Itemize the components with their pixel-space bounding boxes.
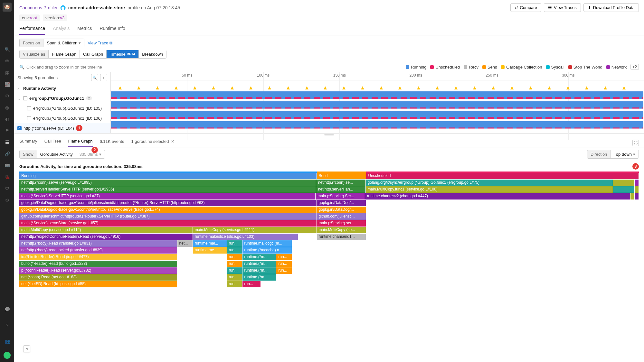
flame-cell[interactable]: run... bbox=[276, 261, 292, 267]
timeline-canvas[interactable]: 50 ms 100 ms 150 ms 200 ms 250 ms 300 ms bbox=[111, 72, 644, 133]
goroutine-row-104[interactable]: http.(*conn).serve (ID: 104) 1 bbox=[14, 123, 110, 133]
breadcrumb[interactable]: Continuous Profiler bbox=[19, 5, 58, 10]
flame-cell[interactable]: main.(*Service).ser... bbox=[317, 220, 366, 227]
flame-cell[interactable]: gopkg.in/DataDog/... bbox=[317, 207, 366, 213]
flame-cell[interactable]: run... bbox=[227, 274, 242, 281]
search-icon[interactable]: 🔍 bbox=[4, 46, 10, 53]
puzzle-icon[interactable]: ⚑ bbox=[4, 127, 10, 134]
flame-cell[interactable]: p.(*connReader).Read (server.go:L#782) bbox=[19, 267, 177, 274]
flame-cell[interactable]: main.(*Service).ServeHTTP (service.go:L#… bbox=[19, 193, 316, 200]
tab-call-tree[interactable]: Call Tree bbox=[44, 139, 61, 147]
checkbox[interactable] bbox=[27, 116, 31, 120]
flame-cell[interactable]: github.com/julienschmidt/httprouter.(*Ro… bbox=[19, 213, 317, 220]
flame-cell[interactable]: github.com/juliensc... bbox=[317, 213, 366, 220]
flame-cell[interactable]: run... bbox=[276, 267, 292, 274]
focus-on-dropdown[interactable]: Focus on Span & Children ▾ bbox=[19, 39, 84, 47]
target-icon[interactable]: ◎ bbox=[4, 104, 10, 111]
flame-cell[interactable]: gopkg.in/DataDog/dd-trace-go.v1/contrib/… bbox=[19, 200, 317, 206]
binoculars-icon[interactable]: 👁 bbox=[4, 58, 10, 64]
goroutine-selection[interactable]: 1 goroutine selected✕ bbox=[131, 139, 174, 147]
checkbox[interactable] bbox=[23, 96, 27, 100]
viz-breakdown[interactable]: Breakdown bbox=[139, 50, 166, 58]
flame-cell[interactable]: run... bbox=[276, 254, 292, 260]
flame-cell[interactable]: io.(*LimitedReader).Read (io.go:L#477) bbox=[19, 254, 177, 260]
flame-cell[interactable] bbox=[635, 186, 639, 193]
flame-cell[interactable]: net/http.(*expectContinueReader).Read (s… bbox=[19, 234, 193, 240]
flame-cell[interactable] bbox=[635, 193, 639, 200]
services-icon[interactable]: ⚙ bbox=[4, 93, 10, 99]
env-tag[interactable]: env:root bbox=[19, 14, 40, 21]
flame-cell[interactable]: net/http.(*body).Read (transfer.go:L#831… bbox=[19, 240, 177, 247]
flame-cell[interactable]: run... bbox=[227, 247, 242, 254]
help-icon[interactable]: ? bbox=[4, 322, 10, 329]
book-icon[interactable]: 📖 bbox=[4, 162, 10, 169]
viz-flame-graph[interactable]: Flame Graph bbox=[49, 50, 80, 58]
flame-cell[interactable] bbox=[613, 186, 635, 193]
team-icon[interactable]: 👥 bbox=[4, 338, 10, 345]
avatar[interactable] bbox=[4, 352, 11, 359]
flame-cell[interactable]: Running bbox=[19, 173, 317, 179]
flame-cell[interactable]: net/http.(*conn).serve (server.go:L#1995… bbox=[19, 180, 316, 186]
flame-cell[interactable]: run... bbox=[227, 240, 242, 247]
flame-cell[interactable]: bufio.(*Reader).Read (bufio.go:L#223) bbox=[19, 261, 177, 267]
tab-runtime-info[interactable]: Runtime Info bbox=[99, 26, 125, 35]
flame-cell[interactable]: run... bbox=[227, 281, 242, 287]
resize-handle[interactable] bbox=[14, 134, 644, 136]
flame-cell[interactable]: runtime.makeslice (slice.go:L#103) bbox=[193, 234, 298, 240]
flame-cell[interactable]: main.MultiCopy (service.go:L#111) bbox=[193, 227, 317, 233]
flame-cell[interactable]: golang.org/x/sync/errgroup.(*Group).Go.f… bbox=[366, 180, 613, 186]
flame-cell[interactable]: runtime.chanrecv2 (chan.go:L#447) bbox=[365, 193, 630, 200]
viz-call-graph[interactable]: Call Graph bbox=[80, 50, 107, 58]
tab-metrics[interactable]: Metrics bbox=[77, 26, 92, 35]
flame-cell[interactable]: net.(*netFD).Read (fd_posix.go:L#55) bbox=[19, 281, 177, 287]
tab-summary[interactable]: Summary bbox=[19, 139, 37, 147]
logo[interactable]: 🐶 bbox=[3, 3, 12, 12]
list-icon[interactable]: ☰ bbox=[4, 139, 10, 145]
legend-more[interactable]: +2 bbox=[630, 64, 639, 70]
view-traces-button[interactable]: ☷View Traces bbox=[544, 3, 581, 12]
viz-timeline[interactable]: Timeline BETA bbox=[107, 50, 139, 58]
flame-cell[interactable]: net.(*conn).Read (net.go:L#183) bbox=[19, 274, 177, 281]
expand-button[interactable]: ⛶ bbox=[632, 140, 639, 146]
flame-cell[interactable]: runtime.(*m... bbox=[242, 261, 277, 267]
flame-cell[interactable]: runtime.(*m... bbox=[242, 267, 277, 274]
flame-cell[interactable]: run... bbox=[227, 254, 242, 260]
sort-goroutines-button[interactable]: ↕ bbox=[100, 74, 107, 81]
flame-cell[interactable]: Send bbox=[317, 173, 366, 179]
dashboard-icon[interactable]: ▦ bbox=[4, 70, 10, 76]
goroutine-row-106[interactable]: errgroup.(*Group).Go.func1 (ID: 106) bbox=[14, 113, 110, 123]
close-icon[interactable]: ✕ bbox=[171, 139, 175, 144]
flame-cell[interactable]: run... bbox=[227, 267, 242, 274]
flame-cell[interactable]: net... bbox=[177, 240, 193, 247]
flame-cell[interactable]: main.MultiCopy.func1 (service.go:L#100) bbox=[366, 186, 613, 193]
tab-flame-graph[interactable]: Flame Graph bbox=[68, 139, 93, 147]
tab-performance[interactable]: Performance bbox=[19, 26, 45, 35]
link-icon[interactable]: 🔗 bbox=[4, 151, 10, 157]
flame-cell[interactable] bbox=[613, 180, 635, 186]
chat-icon[interactable]: 💬 bbox=[4, 306, 10, 312]
checkbox[interactable] bbox=[27, 106, 31, 110]
rum-icon[interactable]: ◐ bbox=[4, 116, 10, 122]
flame-cell[interactable]: runtime.(*m... bbox=[242, 274, 277, 281]
flame-cell[interactable]: runtime.chansend1... bbox=[317, 234, 366, 240]
flame-cell[interactable]: runtime.mallocgc (m... bbox=[242, 240, 292, 247]
flame-cell[interactable]: main.(*Service).Ser... bbox=[316, 193, 365, 200]
flame-cell[interactable]: net/http.(*body).readLocked (transfer.go… bbox=[19, 247, 177, 254]
flame-cell[interactable]: main.MultiCopy (service.go:L#112) bbox=[19, 227, 193, 233]
flame-cell[interactable]: runtime.mal... bbox=[193, 240, 227, 247]
flame-cell[interactable]: runtime.(*mcache).n... bbox=[242, 247, 292, 254]
flame-cell[interactable]: gopkg.in/DataDog/... bbox=[317, 200, 366, 206]
flame-cell[interactable]: Unscheduled bbox=[366, 173, 639, 179]
goroutine-row-105[interactable]: errgroup.(*Group).Go.func1 (ID: 105) bbox=[14, 103, 110, 113]
floating-shortcut[interactable]: ⎋ bbox=[23, 345, 30, 352]
flame-graph[interactable]: Running Send Unscheduled net/http.(*conn… bbox=[14, 173, 644, 288]
download-button[interactable]: ⬇Download Profile Data bbox=[583, 3, 639, 12]
flame-cell[interactable]: runtime.me... bbox=[193, 247, 227, 254]
flame-cell[interactable] bbox=[630, 193, 635, 200]
gear-icon[interactable]: ⚙ bbox=[4, 197, 10, 203]
flame-cell[interactable]: net/http.serverHandler.ServeHTTP (server… bbox=[19, 186, 316, 193]
shield-icon[interactable]: 🛡 bbox=[4, 185, 10, 192]
flame-cell[interactable]: net/http.(*conn).se... bbox=[316, 180, 366, 186]
search-goroutines-button[interactable]: 🔍 bbox=[91, 74, 98, 81]
flame-cell[interactable]: net/http.serverHan... bbox=[316, 186, 366, 193]
